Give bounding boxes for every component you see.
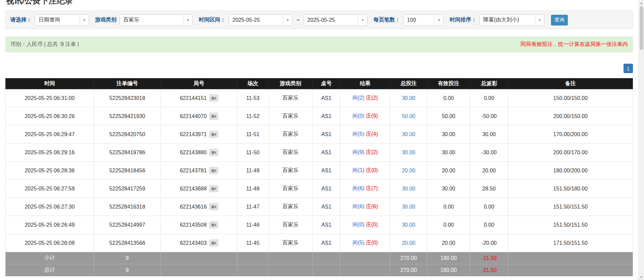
cell-bet-id: 522528416318 [94,198,161,216]
cell-note: 151.50/151.50 [508,216,633,234]
search-button[interactable]: 查询 [551,15,568,25]
table-row: 2025-05-25 06:31:00522528423018622144151… [6,89,633,107]
sort-order-select[interactable]: 降冪(由大到小) ▾ [479,14,544,26]
date-from-value: 2025-05-25 [229,17,283,23]
cell-round: 622143403 [161,234,237,252]
cell-total-bet: 30.00 [390,125,427,144]
cell-payout: 28.50 [470,180,508,198]
total-bet-link[interactable]: 30.00 [402,222,415,228]
video-replay-icon[interactable] [209,131,218,138]
cell-round: 622143781 [161,162,237,180]
page-size-label: 每页笔数： [373,16,400,23]
cell-game-type: 百家乐 [269,125,313,144]
cell-time: 2025-05-25 06:27:59 [6,180,94,198]
result-banker: 庄(2) [366,95,378,101]
total-bet-link[interactable]: 30.00 [402,186,415,191]
cell-note: 171.50/151.50 [508,234,633,252]
footer-label: 小计 [6,252,94,264]
result-banker: 庄(0) [366,222,378,227]
scrollbar[interactable]: ▲ ▼ [638,0,644,280]
footer-empty-cell [340,264,390,276]
cell-time: 2025-05-25 06:26:08 [6,234,94,252]
cell-bet-id: 522528420750 [94,125,161,144]
page-size-select[interactable]: 100 ▾ [403,14,444,26]
scroll-up-icon[interactable]: ▲ [639,0,644,6]
cell-total-bet: 20.00 [390,234,427,252]
video-replay-icon[interactable] [209,239,218,246]
chevron-down-icon: ▾ [358,15,367,25]
cell-game-type: 百家乐 [269,144,313,162]
cell-table-no: AS1 [313,234,340,252]
video-replay-icon[interactable] [209,95,218,102]
query-type-select[interactable]: 日期查询 ▾ [35,14,89,26]
cell-session: 11-50 [237,144,269,162]
column-header: 场次 [237,78,269,89]
date-from-select[interactable]: 2025-05-25 ▾ [229,14,292,26]
cell-table-no: AS1 [313,180,340,198]
total-bet-link[interactable]: 30.00 [402,204,415,210]
scrollbar-thumb[interactable] [640,6,643,50]
page-content: 视讯/公费下注纪录 请选择： 日期查询 ▾ 游戏类别 百家乐 ▾ 时间区间： 2… [5,0,633,276]
total-bet-link[interactable]: 20.00 [402,168,415,173]
footer-empty-cell [340,252,390,264]
cell-round: 622143880 [161,144,237,162]
cell-bet-id: 522528418456 [94,162,161,180]
column-header: 游戏类别 [269,78,313,89]
cell-time: 2025-05-25 06:30:26 [6,107,94,125]
grand-total-row: 总计9270.00180.00-21.50 [6,264,633,276]
column-header: 桌号 [313,78,340,89]
cell-bet-id: 522528419786 [94,144,161,162]
column-header: 局号 [161,78,237,89]
chevron-down-icon: ▾ [183,15,192,25]
cell-time: 2025-05-25 06:28:36 [6,162,94,180]
pagination: 1 [5,64,633,73]
video-replay-icon[interactable] [209,185,218,192]
scroll-down-icon[interactable]: ▼ [639,274,644,280]
round-number: 622143688 [180,186,206,191]
video-replay-icon[interactable] [209,113,218,120]
footer-empty-cell [161,264,237,276]
result-banker: 庄(4) [366,131,378,137]
cell-round: 622143971 [161,125,237,144]
cell-round: 622144070 [161,107,237,125]
cell-game-type: 百家乐 [269,216,313,234]
game-type-select[interactable]: 百家乐 ▾ [120,14,193,26]
cell-payout: -30.00 [470,144,508,162]
cell-session: 11-52 [237,107,269,125]
subtotal-row: 小计9270.00180.00-21.50 [6,252,633,264]
cell-table-no: AS1 [313,216,340,234]
page-button-1[interactable]: 1 [624,64,633,73]
cell-table-no: AS1 [313,89,340,107]
cell-time: 2025-05-25 06:31:00 [6,89,94,107]
result-player: 闲(2) [353,95,365,101]
total-bet-link[interactable]: 20.00 [402,240,415,246]
cell-note: 180.00/200.00 [508,162,633,180]
video-replay-icon[interactable] [209,203,218,210]
cell-note: 170.00/200.00 [508,125,633,144]
sort-order-label: 时间排序： [450,16,476,23]
summary-bar: 币别：人民币 | 总共 :9 注单 | 同局有效投注，统一计算在该局第一张注单内 [5,37,633,52]
cell-total-bet: 30.00 [390,180,427,198]
chevron-down-icon: ▾ [80,15,89,25]
total-bet-link[interactable]: 30.00 [402,150,415,155]
footer-empty-cell [269,252,313,264]
cell-session: 11-53 [237,89,269,107]
result-player: 闲(0) [353,113,365,119]
currency-total-summary: 币别：人民币 | 总共 :9 注单 | [10,41,79,48]
total-bet-link[interactable]: 30.00 [402,131,415,137]
chevron-down-icon: ▾ [535,15,544,25]
footer-empty-cell [508,252,633,264]
footer-empty-cell [313,264,340,276]
video-replay-icon[interactable] [209,149,218,156]
video-replay-icon[interactable] [209,221,218,228]
game-type-value: 百家乐 [120,16,183,23]
video-replay-icon[interactable] [209,167,218,174]
date-to-select[interactable]: 2025-05-25 ▾ [304,14,367,26]
total-bet-link[interactable]: 30.00 [402,95,415,101]
cell-result: 闲(5) 庄(4) [340,125,390,144]
cell-payout: 20.00 [470,162,508,180]
result-player: 闲(0) [353,222,365,227]
date-to-value: 2025-05-25 [304,17,358,23]
cell-table-no: AS1 [313,107,340,125]
total-bet-link[interactable]: 50.00 [402,113,415,119]
